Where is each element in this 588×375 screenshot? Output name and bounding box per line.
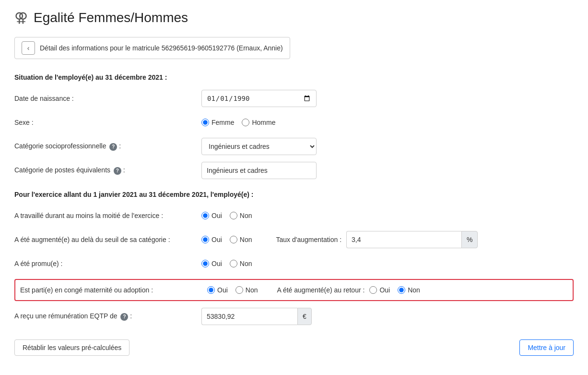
categorie-postes-label: Catégorie de postes équivalents ? : xyxy=(14,166,201,175)
promu-non-radio[interactable] xyxy=(230,260,237,267)
remuneration-wrapper: € xyxy=(201,308,312,325)
date-naissance-control xyxy=(201,90,574,107)
augmente-retour-label: A été augmenté(e) au retour : xyxy=(277,286,365,294)
breadcrumb-text: Détail des informations pour le matricul… xyxy=(40,44,283,52)
travaille-radio-group: Oui Non xyxy=(201,212,252,219)
promu-row: A été promu(e) : Oui Non xyxy=(14,255,574,272)
conge-radio-group: Oui Non xyxy=(207,286,258,294)
augmente-radio-group: Oui Non xyxy=(201,236,252,243)
remuneration-control: € xyxy=(201,308,574,325)
augmente-label: A été augmenté(e) au delà du seuil de sa… xyxy=(14,236,201,243)
travaille-non-option[interactable]: Non xyxy=(230,212,252,219)
categorie-socio-control: Ingénieurs et cadres Techniciens Employé… xyxy=(201,138,574,155)
taux-unit-badge: % xyxy=(461,231,478,248)
augmente-retour-oui-radio[interactable] xyxy=(369,286,377,294)
section2-title: Pour l'exercice allant du 1 janvier 2021… xyxy=(14,191,574,198)
remuneration-info-icon[interactable]: ? xyxy=(120,313,128,321)
back-button[interactable]: ‹ xyxy=(22,41,35,55)
date-naissance-row: Date de naissance : xyxy=(14,90,574,107)
categorie-postes-info-icon[interactable]: ? xyxy=(114,167,121,175)
sexe-control: Femme Homme xyxy=(201,119,574,126)
augmente-retour-radio-group: Oui Non xyxy=(369,286,420,294)
travaille-oui-label: Oui xyxy=(212,212,222,219)
sexe-homme-option[interactable]: Homme xyxy=(242,119,275,126)
travaille-control: Oui Non xyxy=(201,212,574,219)
promu-oui-label: Oui xyxy=(212,260,222,267)
conge-label: Est parti(e) en congé maternité ou adopt… xyxy=(20,286,207,294)
conge-row: Est parti(e) en congé maternité ou adopt… xyxy=(14,279,574,301)
augmente-non-label: Non xyxy=(240,236,252,243)
augmente-retour-oui-option[interactable]: Oui xyxy=(369,286,390,294)
sexe-femme-radio[interactable] xyxy=(201,119,209,126)
sexe-femme-label: Femme xyxy=(212,119,234,126)
augmente-retour-non-label: Non xyxy=(408,286,420,294)
sexe-femme-option[interactable]: Femme xyxy=(201,119,234,126)
taux-label: Taux d'augmentation : xyxy=(276,236,341,243)
categorie-postes-row: Catégorie de postes équivalents ? : xyxy=(14,162,574,179)
travaille-label: A travaillé durant au moins la moitié de… xyxy=(14,212,201,219)
taux-input-wrapper: % xyxy=(346,231,478,248)
conge-non-option[interactable]: Non xyxy=(235,286,258,294)
conge-control: Oui Non A été augmenté(e) au retour : Ou… xyxy=(207,286,568,294)
date-naissance-input[interactable] xyxy=(201,90,317,107)
categorie-socio-select[interactable]: Ingénieurs et cadres Techniciens Employé… xyxy=(201,138,317,155)
remuneration-row: A reçu une rémunération EQTP de ? : € xyxy=(14,308,574,325)
augmente-non-option[interactable]: Non xyxy=(230,236,252,243)
conge-oui-option[interactable]: Oui xyxy=(207,286,228,294)
categorie-postes-control xyxy=(201,162,574,179)
promu-radio-group: Oui Non xyxy=(201,260,252,267)
augmente-oui-option[interactable]: Oui xyxy=(201,236,222,243)
sexe-row: Sexe : Femme Homme xyxy=(14,114,574,131)
augmente-oui-radio[interactable] xyxy=(201,236,209,243)
travaille-non-label: Non xyxy=(240,212,252,219)
remuneration-input[interactable] xyxy=(201,308,297,325)
categorie-socio-info-icon[interactable]: ? xyxy=(109,143,117,151)
gender-icon: ⚢ xyxy=(14,10,28,25)
augmente-oui-label: Oui xyxy=(212,236,222,243)
conge-non-label: Non xyxy=(246,286,258,294)
travaille-row: A travaillé durant au moins la moitié de… xyxy=(14,207,574,224)
breadcrumb-bar: ‹ Détail des informations pour le matric… xyxy=(14,37,290,59)
augmente-retour-non-option[interactable]: Non xyxy=(398,286,420,294)
sexe-homme-label: Homme xyxy=(252,119,275,126)
sexe-label: Sexe : xyxy=(14,119,201,126)
promu-label: A été promu(e) : xyxy=(14,260,201,267)
augmente-retour-oui-label: Oui xyxy=(379,286,390,294)
travaille-oui-option[interactable]: Oui xyxy=(201,212,222,219)
promu-non-option[interactable]: Non xyxy=(230,260,252,267)
travaille-non-radio[interactable] xyxy=(230,212,237,219)
remuneration-label: A reçu une rémunération EQTP de ? : xyxy=(14,312,201,321)
categorie-socio-row: Catégorie socioprofessionnelle ? : Ingén… xyxy=(14,138,574,155)
conge-oui-radio[interactable] xyxy=(207,286,215,294)
augmente-retour-group: A été augmenté(e) au retour : Oui Non xyxy=(277,286,420,294)
augmente-control: Oui Non Taux d'augmentation : % xyxy=(201,231,574,248)
promu-non-label: Non xyxy=(240,260,252,267)
taux-group: Taux d'augmentation : % xyxy=(276,231,478,248)
conge-oui-label: Oui xyxy=(217,286,228,294)
augmente-non-radio[interactable] xyxy=(230,236,237,243)
reset-button[interactable]: Rétablir les valeurs pré-calculées xyxy=(14,339,129,356)
conge-non-radio[interactable] xyxy=(235,286,243,294)
section1-title: Situation de l'employé(e) au 31 décembre… xyxy=(14,73,574,81)
categorie-postes-input[interactable] xyxy=(201,162,317,179)
augmente-row: A été augmenté(e) au delà du seuil de sa… xyxy=(14,231,574,248)
date-naissance-label: Date de naissance : xyxy=(14,95,201,102)
page-header: ⚢ Egalité Femmes/Hommes xyxy=(14,10,574,25)
page-title: Egalité Femmes/Hommes xyxy=(34,10,188,25)
sexe-homme-radio[interactable] xyxy=(242,119,249,126)
categorie-socio-label: Catégorie socioprofessionnelle ? : xyxy=(14,142,201,151)
taux-input[interactable] xyxy=(346,231,461,248)
promu-control: Oui Non xyxy=(201,260,574,267)
sexe-radio-group: Femme Homme xyxy=(201,119,275,126)
augmente-retour-non-radio[interactable] xyxy=(398,286,405,294)
travaille-oui-radio[interactable] xyxy=(201,212,209,219)
footer-buttons: Rétablir les valeurs pré-calculées Mettr… xyxy=(14,339,574,356)
update-button[interactable]: Mettre à jour xyxy=(519,339,574,356)
promu-oui-radio[interactable] xyxy=(201,260,209,267)
promu-oui-option[interactable]: Oui xyxy=(201,260,222,267)
remuneration-unit-badge: € xyxy=(297,308,312,325)
